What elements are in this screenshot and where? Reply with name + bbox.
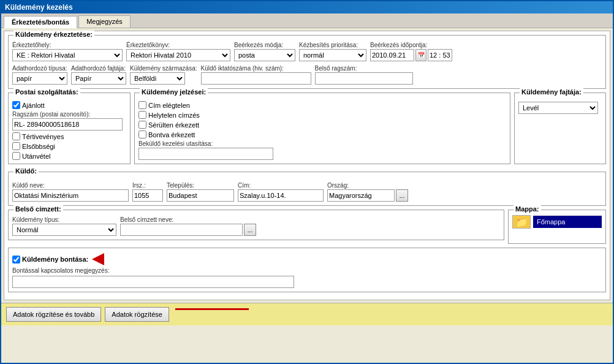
- ajanlott-checkbox[interactable]: [12, 101, 20, 109]
- tertiveveny-checkbox[interactable]: [12, 132, 20, 140]
- tab-bar: Érkeztetés/bontás Megjegyzés: [1, 13, 613, 28]
- tab-erkeztetes[interactable]: Érkeztetés/bontás: [4, 16, 77, 28]
- kuldo-iktatoszama-input[interactable]: [201, 72, 311, 85]
- beerkezes-modja-select[interactable]: posta: [234, 49, 295, 61]
- kuldo-irsz-label: Irsz.:: [132, 182, 163, 189]
- belso-neve-input[interactable]: [120, 224, 243, 236]
- belso-ragszam-group: Belső ragszám:: [315, 65, 413, 85]
- kuldo-title: Küldő:: [13, 167, 39, 175]
- helytelen-cmzes-row: Helytelen címzés: [138, 111, 506, 119]
- beerkezes-idopontja-group: Beérkezés időpontja: 2010.09.21 📅 12 : 5…: [370, 42, 452, 61]
- kuldmeny-szarmazasa-select[interactable]: Belföldi: [130, 72, 185, 85]
- cim-elgtelen-row: Cím elégtelen: [138, 101, 506, 109]
- jelzesek-title: Küldemény jelzései:: [140, 88, 208, 96]
- tertiveveny-row: Tértivevényes: [12, 132, 126, 140]
- main-window: Küldemény kezelés Érkeztetés/bontás Megj…: [0, 0, 614, 364]
- beerkezes-idopontja-label: Beérkezés időpontja:: [370, 42, 452, 48]
- bontasa-section: Küldemény bontása: Bontással kapcsolatos…: [8, 248, 606, 292]
- tab-megjegyzes[interactable]: Megjegyzés: [78, 15, 131, 28]
- cim-elgtelen-checkbox[interactable]: [138, 101, 146, 109]
- bekuldo-input[interactable]: [138, 148, 273, 160]
- bontasa-label: Küldemény bontása:: [22, 256, 88, 263]
- belso-ragszam-input[interactable]: [315, 72, 413, 85]
- bontva-erkezett-row: Bontva érkezett: [138, 131, 506, 138]
- serulten-erkezett-checkbox[interactable]: [138, 121, 146, 129]
- belso-ragszam-label: Belső ragszám:: [315, 65, 413, 72]
- kezbesites-prioritasa-label: Kézbesítés prioritása:: [299, 42, 366, 48]
- beerkezes-date-input[interactable]: 2010.09.21: [370, 49, 414, 61]
- mappa-section: Mappa: 📁 Főmappa: [508, 210, 606, 244]
- erkeztetokonyv-select[interactable]: Rektori Hivatal 2010: [126, 49, 230, 61]
- erkeztetohely-select[interactable]: KE : Rektori Hivatal: [12, 49, 123, 61]
- beerkezes-date-picker-btn[interactable]: 📅: [415, 49, 426, 61]
- kuldo-neve-group: Küldő neve: Oktatási Minisztérium: [12, 182, 129, 202]
- kuldo-neve-label: Küldő neve:: [12, 182, 129, 189]
- kuldo-telepules-input[interactable]: Budapest: [167, 189, 234, 202]
- adathordozo-tipusa-select[interactable]: papír: [12, 72, 67, 85]
- belso-cimzett-section: Belső címzett: Küldemény típus: Normál B…: [8, 210, 504, 240]
- serulten-erkezett-label: Sérülten érkezett: [148, 121, 199, 129]
- kuldo-cim-input[interactable]: Szalay.u.10-14.: [238, 189, 324, 202]
- belso-neve-group: Belső címzett neve: ...: [120, 216, 256, 236]
- kuldo-telepules-group: Település: Budapest: [167, 182, 234, 202]
- helytelen-cmzes-label: Helytelen címzés: [148, 112, 200, 119]
- window-title: Küldemény kezelés: [5, 3, 73, 12]
- bekuldo-group: Beküldő kezelési utasítása:: [138, 140, 506, 160]
- kuldo-orszag-input[interactable]: Magyarország: [327, 189, 395, 202]
- kuldo-iktatoszama-label: Küldő iktatószáma (hiv. szám):: [201, 65, 311, 72]
- postai-title: Postai szolgáltatás:: [13, 88, 80, 96]
- bottom-buttons: Adatok rögzítése és tovább Adatok rögzít…: [1, 303, 613, 325]
- adathordozo-fajtaja-select[interactable]: Papír: [71, 72, 126, 85]
- belso-cimzett-title: Belső címzett:: [13, 205, 63, 213]
- bontasa-megjegyzes-input[interactable]: [12, 276, 294, 288]
- kuldmeny-szarmazasa-label: Küldemény származása:: [130, 65, 197, 72]
- kuldmeny-szarmazasa-group: Küldemény származása: Belföldi: [130, 65, 197, 85]
- kuldo-cim-group: Cím: Szalay.u.10-14.: [238, 182, 324, 202]
- kuldo-cim-label: Cím:: [238, 182, 324, 189]
- mappa-folder-btn[interactable]: 📁: [512, 215, 531, 229]
- adathordozo-fajtaja-label: Adathordozó fajtája:: [71, 65, 126, 72]
- erktezetese-row1: Érkeztetőhely: KE : Rektori Hivatal Érke…: [12, 42, 602, 61]
- belso-neve-browse-btn[interactable]: ...: [244, 224, 256, 236]
- arrow-indicator: [92, 253, 104, 265]
- main-content: Küldemény érkeztetése: Érkeztetőhely: KE…: [4, 31, 610, 300]
- kuldmeny-tipus-group: Küldemény típus: Normál: [12, 216, 116, 236]
- kuldo-iktatoszama-group: Küldő iktatószáma (hiv. szám):: [201, 65, 311, 85]
- adathordozo-tipusa-label: Adathordozó típusa:: [12, 65, 67, 72]
- kuldo-neve-input[interactable]: Oktatási Minisztérium: [12, 189, 129, 202]
- elsodbbsegi-row: Elsőbbségi: [12, 142, 126, 150]
- beerkezes-modja-label: Beérkezés módja:: [234, 42, 295, 48]
- kuldo-orszag-browse-btn[interactable]: ...: [396, 189, 408, 202]
- ragszam-input[interactable]: RL- 28940000518618: [12, 118, 123, 131]
- utanvet-checkbox[interactable]: [12, 152, 20, 160]
- utanvet-label: Utánvétel: [22, 153, 50, 160]
- ajanlott-label: Ajánlott: [22, 102, 45, 109]
- bontasa-checkbox[interactable]: [12, 256, 20, 264]
- helytelen-cmzes-checkbox[interactable]: [138, 111, 146, 119]
- kezbesites-prioritasa-group: Kézbesítés prioritása: normál: [299, 42, 366, 61]
- bontva-erkezett-label: Bontva érkezett: [148, 131, 195, 138]
- fajtaja-select[interactable]: Levél: [518, 102, 598, 114]
- adatok-rogzitese-tovabb-btn[interactable]: Adatok rögzítése és tovább: [6, 307, 101, 322]
- erkeztetohely-label: Érkeztetőhely:: [12, 42, 123, 48]
- belso-cimzett-row: Küldemény típus: Normál Belső címzett ne…: [12, 216, 500, 236]
- erkeztetokonyv-label: Érkeztetőkönyv:: [126, 42, 230, 48]
- adathordozo-fajtaja-group: Adathordozó fajtája: Papír: [71, 65, 126, 85]
- erkeztetokonyv-group: Érkeztetőkönyv: Rektori Hivatal 2010: [126, 42, 230, 61]
- bontva-erkezett-checkbox[interactable]: [138, 131, 146, 138]
- title-bar: Küldemény kezelés: [1, 1, 613, 13]
- kezbesites-prioritasa-select[interactable]: normál: [299, 49, 366, 61]
- erktezetese-title: Küldemény érkeztetése:: [13, 31, 94, 38]
- elsodbbsegi-checkbox[interactable]: [12, 142, 20, 150]
- beerkezes-modja-group: Beérkezés módja: posta: [234, 42, 295, 61]
- belso-neve-label: Belső címzett neve:: [120, 216, 256, 223]
- mappa-title: Mappa:: [514, 205, 541, 213]
- adatok-rogzitese-btn[interactable]: Adatok rögzítése: [105, 307, 169, 322]
- red-underline: [175, 308, 249, 310]
- kuldmeny-tipus-select[interactable]: Normál: [12, 224, 116, 236]
- beerkezes-time-input[interactable]: 12 : 53: [428, 49, 452, 61]
- fajtaja-section: Küldemény fajtája: Levél: [514, 93, 606, 164]
- kuldo-irsz-input[interactable]: 1055: [132, 189, 163, 202]
- bontasa-megjegyzes-label: Bontással kapcsolatos megjegyzés:: [12, 267, 602, 274]
- elsodbbsegi-label: Elsőbbségi: [22, 143, 55, 150]
